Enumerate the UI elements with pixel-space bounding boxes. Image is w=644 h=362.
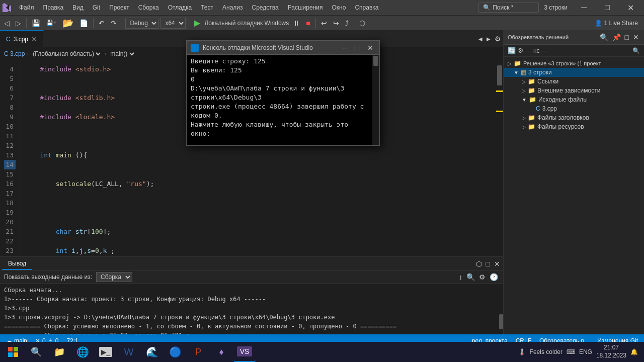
output-line-2: 1>------ Сборка начата: проект: 3 строки…: [4, 295, 499, 304]
breadcrumb-scope-select[interactable]: (Глобальная область): [31, 50, 102, 58]
sidebar-pin-icon[interactable]: 📌: [611, 32, 622, 42]
menu-debug[interactable]: Отладка: [164, 2, 196, 13]
toolbar-step-over[interactable]: ↩: [319, 18, 329, 28]
tree-headers-expand: ▷: [522, 115, 526, 121]
tab-settings[interactable]: ⚙: [493, 34, 503, 44]
taskbar-chrome[interactable]: 🔵: [164, 342, 186, 362]
console-maximize[interactable]: □: [353, 44, 361, 52]
files-taskbar-icon: 📁: [54, 346, 65, 357]
search-label: Поиск *: [493, 4, 513, 11]
tree-item-resources[interactable]: ▷ 📁 Файлы ресурсов: [504, 122, 644, 131]
maximize-button[interactable]: □: [596, 0, 619, 15]
run-button[interactable]: ▶: [192, 17, 202, 29]
scroll-indicator[interactable]: [496, 60, 503, 256]
sidebar-maximize-icon[interactable]: □: [624, 32, 630, 42]
taskbar-explorer[interactable]: 🌐: [71, 342, 94, 362]
taskbar-edge[interactable]: 🌊: [141, 342, 163, 362]
taskbar-terminal[interactable]: ▶_: [95, 342, 117, 362]
taskbar-vs[interactable]: ♦: [210, 342, 232, 362]
vs-terminal-taskbar-icon: VS: [237, 346, 253, 356]
taskbar-files[interactable]: 📁: [48, 342, 70, 362]
tree-item-source-files[interactable]: ▼ 📁 Исходные файлы: [504, 95, 644, 104]
console-body[interactable]: Введите строку: 125 Вы ввели: 125 0 D:\у…: [187, 55, 372, 145]
toolbar-save[interactable]: 💾: [30, 18, 42, 28]
taskbar-powerpoint[interactable]: P: [187, 342, 209, 362]
taskbar-search[interactable]: 🔍: [25, 342, 47, 362]
debugger-label[interactable]: Локальный отладчик Windows: [204, 20, 289, 27]
console-close[interactable]: ✕: [365, 44, 375, 52]
output-scrollbar[interactable]: [499, 284, 503, 334]
line-numbers: 456789 1011121314 151617181920 212223242…: [0, 60, 20, 256]
console-minimize[interactable]: ─: [340, 44, 349, 52]
breadcrumb-func-select[interactable]: main(): [108, 50, 136, 58]
tab-scroll-left[interactable]: ◀: [476, 35, 485, 43]
output-wrap[interactable]: ↕: [458, 272, 463, 282]
taskbar-word[interactable]: W: [118, 342, 140, 362]
tab-scroll-right[interactable]: ▶: [485, 35, 493, 43]
output-source-select[interactable]: Сборка: [96, 272, 132, 282]
menu-tools[interactable]: Средства: [248, 2, 283, 13]
notification-icon[interactable]: 🔔: [630, 348, 638, 355]
tree-item-extern-deps[interactable]: ▷ 📁 Внешние зависимости: [504, 86, 644, 95]
toolbar-undo[interactable]: ↶: [97, 18, 107, 28]
menu-edit[interactable]: Правка: [39, 2, 68, 13]
live-share-button[interactable]: 👤 1 Live Share: [591, 20, 642, 27]
output-clock[interactable]: 🕐: [489, 272, 499, 282]
menu-build[interactable]: Сборка: [134, 2, 163, 13]
sidebar-search-icon[interactable]: 🔍: [599, 32, 609, 42]
toolbar-save-all[interactable]: 💾+: [44, 19, 58, 27]
toolbar-back[interactable]: ◁: [2, 18, 12, 28]
taskbar-vs-terminal[interactable]: VS: [233, 342, 256, 362]
menu-window[interactable]: Окно: [328, 2, 350, 13]
sidebar-close-icon[interactable]: ✕: [632, 32, 640, 42]
toolbar-forward[interactable]: ▷: [14, 18, 23, 28]
config-select[interactable]: Debug: [125, 18, 158, 29]
output-settings[interactable]: ⚙: [478, 272, 487, 282]
close-button[interactable]: ✕: [619, 0, 642, 15]
output-find[interactable]: 🔍: [465, 272, 476, 282]
tree-3cpp-label: 3.cpp: [542, 105, 557, 112]
toolbar-step-into[interactable]: ↪: [331, 18, 341, 28]
vs-taskbar-icon: ♦: [219, 347, 223, 357]
output-tab-vyvod[interactable]: Вывод: [2, 258, 32, 270]
menu-git[interactable]: Git: [89, 2, 104, 13]
tree-item-solution[interactable]: ▷ 📁 Решение «3 строки» (1 проект: [504, 59, 644, 68]
menu-extensions[interactable]: Расширения: [284, 2, 327, 13]
output-close[interactable]: ✕: [493, 259, 501, 269]
toolbar-breakpoint[interactable]: ⬡: [357, 18, 367, 28]
tree-item-project[interactable]: ▼ ▦ 3 строки: [504, 68, 644, 77]
toolbar-pause[interactable]: ⏸: [291, 18, 302, 28]
menu-analyze[interactable]: Анализ: [218, 2, 247, 13]
file-tab-3cpp[interactable]: C 3.cpp ✕: [0, 30, 44, 48]
console-scroll-thumb: [373, 56, 378, 66]
tree-item-3cpp[interactable]: ▷ C 3.cpp: [504, 104, 644, 113]
output-content[interactable]: Сборка начата... 1>------ Сборка начата:…: [0, 284, 503, 334]
toolbar-open[interactable]: 📂: [60, 17, 75, 30]
sidebar-search-btn[interactable]: 🔍: [632, 47, 640, 54]
menu-file[interactable]: Файл: [15, 2, 38, 13]
menu-project[interactable]: Проект: [105, 2, 133, 13]
toolbar-new[interactable]: 📄: [77, 18, 90, 28]
toolbar-stop[interactable]: ■: [304, 18, 312, 28]
output-minimize[interactable]: ⬡: [475, 259, 483, 269]
taskbar-time: 21:07 18.12.2023: [596, 344, 626, 359]
tree-item-links[interactable]: ▷ 📁 Ссылки: [504, 77, 644, 86]
tree-item-headers[interactable]: ▷ 📁 Файлы заголовков: [504, 113, 644, 122]
file-tab-close[interactable]: ✕: [31, 35, 37, 43]
tree-source-label: Исходные файлы: [538, 96, 588, 103]
minimize-button[interactable]: ─: [573, 0, 596, 15]
tree-links-label: Ссылки: [537, 78, 558, 85]
feels-colder-label: Feels colder: [530, 348, 562, 355]
toolbar-redo[interactable]: ↷: [109, 18, 119, 28]
menu-view[interactable]: Вид: [68, 2, 88, 13]
search-box[interactable]: 🔍 Поиск *: [478, 3, 539, 13]
toolbar-step-out[interactable]: ⤴: [343, 18, 351, 28]
platform-select[interactable]: x64: [160, 18, 186, 29]
taskbar-start-button[interactable]: [2, 342, 24, 362]
console-scrollbar[interactable]: [372, 55, 379, 145]
console-titlebar: Консоль отладки Microsoft Visual Studio …: [187, 41, 379, 55]
project-icon: ▦: [521, 69, 526, 76]
menu-test[interactable]: Тест: [197, 2, 217, 13]
output-maximize[interactable]: □: [485, 259, 491, 269]
menu-help[interactable]: Справка: [351, 2, 382, 13]
